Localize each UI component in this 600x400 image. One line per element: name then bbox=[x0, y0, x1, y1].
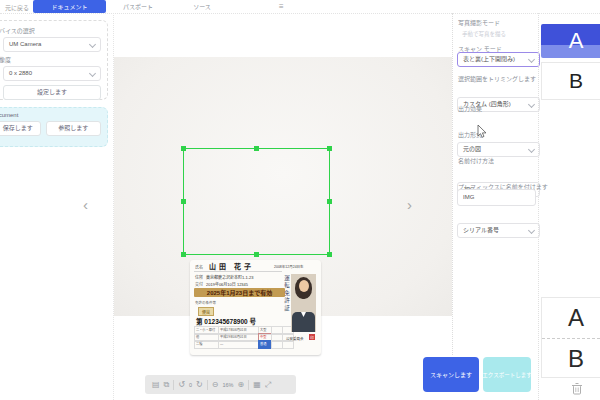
divider bbox=[173, 380, 174, 390]
prev-page-arrow[interactable]: ‹ bbox=[83, 196, 88, 213]
license-expiry-band: 2025年1月23日まで有効 bbox=[194, 288, 285, 297]
license-gold-badge: 優良 bbox=[198, 307, 214, 316]
chevron-down-icon bbox=[89, 70, 96, 77]
chevron-down-icon bbox=[89, 41, 96, 48]
settings-panel-divider bbox=[452, 13, 453, 355]
rotation-value: 0 bbox=[189, 382, 192, 388]
tab-document[interactable]: ドキュメント bbox=[33, 0, 106, 13]
prefix-input[interactable] bbox=[457, 189, 536, 206]
output-effect-value: 元の図 bbox=[463, 146, 481, 152]
left-sidebar: デバイスの選択 UM Camera 解像度 0 x 2880 設定します Doc… bbox=[0, 13, 114, 400]
tab-passport[interactable]: パスポート bbox=[116, 0, 160, 13]
export-button-label: エクスポートします bbox=[482, 371, 531, 379]
divider bbox=[248, 380, 249, 390]
trash-icon[interactable] bbox=[571, 382, 583, 395]
license-badge-text: 優良 bbox=[202, 309, 210, 315]
photo-mode-label: 写真撮影モード bbox=[458, 18, 500, 27]
license-vertical-title: 運転免許証 bbox=[283, 275, 291, 335]
thumbnail-a-label: A bbox=[569, 28, 584, 54]
fit-screen-icon[interactable]: ⤢ bbox=[265, 380, 271, 390]
chevron-down-icon bbox=[528, 101, 535, 108]
settings-panel: 写真撮影モード 手動で写真を撮る スキャン モード 表と裏(上下開閉み) 選択範… bbox=[456, 13, 536, 400]
preview-page-a: A bbox=[542, 298, 600, 339]
menu-icon[interactable]: ≡ bbox=[279, 2, 284, 11]
tab-document-label: ドキュメント bbox=[51, 2, 87, 11]
device-select-label: デバイスの選択 bbox=[0, 26, 101, 35]
save-destination-group: Document 保存します 参照します bbox=[0, 107, 108, 147]
license-conditions-label: 免許の条件等 bbox=[195, 300, 216, 305]
naming-method-value: シリアル番号 bbox=[463, 227, 499, 233]
export-button[interactable]: エクスポートします bbox=[483, 357, 531, 392]
top-tab-bar: 元に戻る ドキュメント パスポート ソース ≡ bbox=[0, 0, 600, 14]
license-name: 山田 花子 bbox=[209, 261, 254, 271]
output-effect-select[interactable]: 元の図 bbox=[457, 142, 540, 157]
rotate-ccw-icon[interactable]: ↺ bbox=[178, 380, 185, 390]
scan-button-label: スキャンします bbox=[430, 370, 472, 379]
license-authority: 公安委員会 bbox=[286, 336, 304, 341]
save-button[interactable]: 保存します bbox=[0, 121, 41, 136]
trim-label: 選択範囲をトリミングします bbox=[458, 74, 536, 83]
crop-handle[interactable] bbox=[181, 146, 186, 151]
portrait-face bbox=[299, 280, 309, 292]
zoom-in-icon[interactable]: ⊕ bbox=[237, 380, 244, 390]
chevron-down-icon bbox=[528, 146, 535, 153]
zoom-level-value: 16% bbox=[222, 382, 233, 388]
zoom-out-icon[interactable]: ⊖ bbox=[212, 380, 219, 390]
naming-method-select[interactable]: シリアル番号 bbox=[457, 223, 540, 238]
divider bbox=[194, 271, 282, 272]
crop-handle[interactable] bbox=[327, 199, 332, 204]
output-effect-label: 出力効果 bbox=[458, 104, 482, 113]
thumbnail-b-label: B bbox=[569, 69, 583, 93]
naming-method-label: 名前付け方法 bbox=[458, 156, 494, 165]
thumbnail-item-a[interactable]: A bbox=[541, 24, 600, 58]
license-number: 第 012345678900 号 bbox=[196, 316, 256, 326]
tab-passport-label: パスポート bbox=[123, 2, 153, 11]
manual-photo-link[interactable]: 手動で写真を撮る bbox=[462, 30, 506, 38]
browse-button[interactable]: 参照します bbox=[46, 121, 101, 136]
thumbnail-item-b[interactable]: B bbox=[541, 62, 600, 100]
preview-a-label: A bbox=[568, 304, 584, 332]
preview-b-label: B bbox=[568, 345, 584, 373]
license-name-label: 氏名 bbox=[195, 264, 203, 270]
preview-page-b: B bbox=[542, 339, 600, 378]
resolution-label: 解像度 bbox=[0, 55, 101, 64]
device-select-value: UM Camera bbox=[9, 41, 41, 47]
chevron-down-icon bbox=[528, 56, 535, 63]
license-address: 東京都慶之沢針本町1-1-23 bbox=[206, 274, 254, 280]
license-address-label: 住所 bbox=[195, 274, 203, 280]
crop-selection-box[interactable] bbox=[183, 148, 330, 255]
scan-button[interactable]: スキャンします bbox=[423, 357, 479, 392]
license-red-stamp: 印 bbox=[309, 334, 315, 340]
license-table-row: 二種 ― 普通 bbox=[195, 340, 294, 349]
crop-handle[interactable] bbox=[254, 146, 259, 151]
screenshot-icon[interactable]: ▤ bbox=[152, 380, 160, 390]
combined-preview-tile[interactable]: A B bbox=[541, 297, 600, 378]
thumbnail-strip-divider bbox=[538, 13, 539, 400]
license-expiry-text: 2025年1月23日まで有効 bbox=[207, 288, 272, 297]
copy-icon[interactable]: ⧉ bbox=[164, 380, 170, 390]
scan-mode-select[interactable]: 表と裏(上下開閉み) bbox=[457, 52, 540, 67]
crop-handle[interactable] bbox=[327, 146, 332, 151]
apply-settings-button[interactable]: 設定します bbox=[3, 85, 101, 100]
tab-source[interactable]: ソース bbox=[184, 0, 220, 13]
crop-handle[interactable] bbox=[254, 252, 259, 257]
resolution-select[interactable]: 0 x 2880 bbox=[3, 66, 101, 81]
crop-handle[interactable] bbox=[181, 252, 186, 257]
next-page-arrow[interactable]: › bbox=[407, 196, 412, 213]
crop-handle[interactable] bbox=[327, 252, 332, 257]
license-portrait-photo bbox=[291, 274, 316, 332]
resolution-select-value: 0 x 2880 bbox=[9, 70, 32, 76]
drivers-license-card: 氏名 山田 花子 2008年12月24日生 住所 東京都慶之沢針本町1-1-23… bbox=[190, 260, 321, 355]
scan-mode-value: 表と裏(上下開閉み) bbox=[463, 56, 515, 62]
back-link[interactable]: 元に戻る bbox=[5, 3, 29, 12]
device-settings-group: デバイスの選択 UM Camera 解像度 0 x 2880 設定します bbox=[0, 20, 108, 100]
license-birthdate: 2008年12月24日生 bbox=[274, 264, 304, 269]
device-select[interactable]: UM Camera bbox=[3, 37, 101, 52]
license-issue-label: 交付 bbox=[195, 281, 203, 287]
license-issue-date: 2019年06月10日 12345 bbox=[206, 281, 248, 287]
rotate-cw-icon[interactable]: ↻ bbox=[196, 380, 203, 390]
crop-handle[interactable] bbox=[181, 199, 186, 204]
folder-title: Document bbox=[0, 112, 101, 118]
grid-icon[interactable]: ▦ bbox=[253, 380, 261, 390]
stamp-char: 印 bbox=[310, 335, 314, 340]
